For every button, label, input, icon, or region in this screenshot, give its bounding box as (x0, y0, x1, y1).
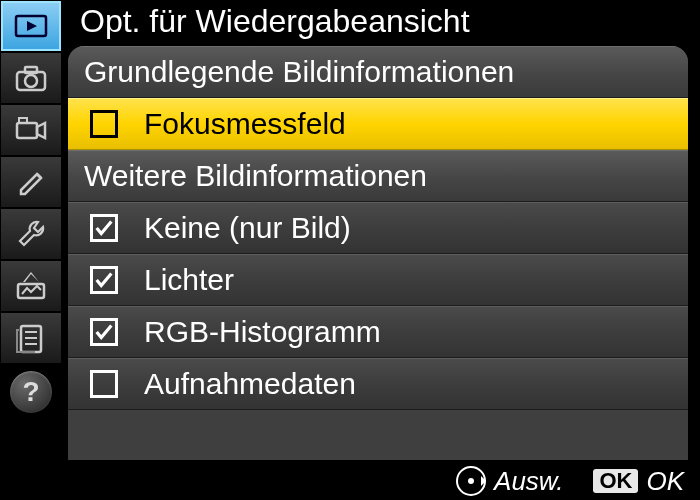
section-header-basic: Grundlegende Bildinformationen (68, 46, 688, 98)
option-keine-nur-bild[interactable]: Keine (nur Bild) (68, 202, 688, 254)
sidebar-tab-camera[interactable] (0, 52, 62, 104)
sidebar-tab-retouch[interactable] (0, 260, 62, 312)
sidebar-help-button[interactable]: ? (9, 370, 53, 414)
option-lichter[interactable]: Lichter (68, 254, 688, 306)
retouch-icon (13, 268, 49, 304)
ok-badge: OK (593, 469, 638, 493)
checkbox (90, 214, 118, 242)
option-label: Keine (nur Bild) (144, 211, 351, 245)
hint-ok-label: OK (646, 466, 684, 497)
sidebar: ? (0, 0, 62, 500)
option-aufnahmedaten[interactable]: Aufnahmedaten (68, 358, 688, 410)
sidebar-tab-mymenu[interactable] (0, 312, 62, 364)
wrench-icon (13, 216, 49, 252)
svg-point-4 (25, 75, 37, 87)
svg-marker-6 (37, 123, 45, 138)
svg-rect-5 (17, 123, 37, 138)
sidebar-tab-pencil[interactable] (0, 156, 62, 208)
option-rgb-histogramm[interactable]: RGB-Histogramm (68, 306, 688, 358)
svg-rect-3 (25, 67, 37, 73)
option-label: Aufnahmedaten (144, 367, 356, 401)
option-label: RGB-Histogramm (144, 315, 381, 349)
hint-select: Ausw. (456, 466, 563, 497)
sidebar-tab-video[interactable] (0, 104, 62, 156)
sidebar-tab-setup[interactable] (0, 208, 62, 260)
playback-icon (13, 8, 49, 44)
svg-rect-7 (19, 118, 27, 123)
options-panel: Grundlegende Bildinformationen Fokusmess… (68, 46, 688, 460)
mymenu-icon (13, 320, 49, 356)
svg-marker-1 (27, 21, 37, 31)
video-icon (13, 112, 49, 148)
sidebar-tab-playback[interactable] (0, 0, 62, 52)
page-title: Opt. für Wiedergabeansicht (80, 0, 688, 46)
hint-ok: OK OK (593, 466, 684, 497)
svg-marker-8 (21, 174, 41, 194)
option-label: Lichter (144, 263, 234, 297)
checkbox (90, 370, 118, 398)
footer-hints: Ausw. OK OK (68, 462, 700, 500)
checkbox (90, 266, 118, 294)
dpad-icon (456, 466, 486, 496)
help-icon: ? (22, 376, 39, 408)
checkbox (90, 110, 118, 138)
camera-icon (13, 60, 49, 96)
option-label: Fokusmessfeld (144, 107, 346, 141)
checkbox (90, 318, 118, 346)
hint-select-label: Ausw. (494, 466, 563, 497)
section-header-additional: Weitere Bildinformationen (68, 150, 688, 202)
pencil-icon (13, 164, 49, 200)
svg-line-9 (37, 174, 41, 178)
option-fokusmessfeld[interactable]: Fokusmessfeld (68, 98, 688, 150)
